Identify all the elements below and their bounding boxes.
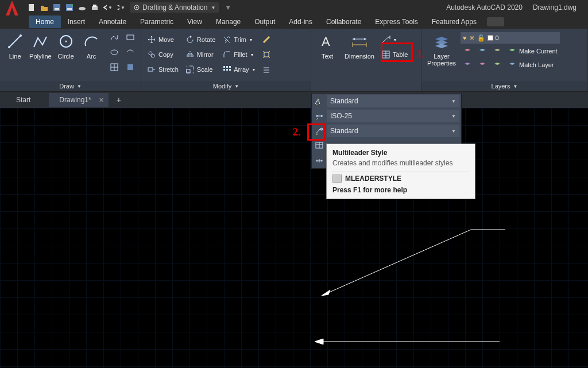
svg-rect-21 [127,35,134,40]
polyline-button[interactable]: Polyline [29,31,52,60]
tab-output[interactable]: Output [247,16,282,28]
rotate-button[interactable]: Rotate [183,33,218,46]
tab-featured[interactable]: Featured Apps [425,16,483,28]
dim-style-row: ISO-25▼ [312,109,461,123]
spline-button[interactable] [107,31,121,44]
saveas-icon[interactable] [64,2,75,13]
offset-button[interactable] [260,63,273,76]
stretch-button[interactable]: Stretch [145,63,181,76]
trim-button[interactable]: Trim▾ [220,33,257,46]
line-icon [6,32,24,51]
text-style-select[interactable]: Standard▼ [327,95,459,107]
svg-marker-67 [316,115,318,117]
undo-icon[interactable]: ▼ [102,2,113,13]
svg-rect-5 [67,8,72,10]
region-icon [126,63,135,72]
tab-home[interactable]: Home [29,16,61,28]
explode-button[interactable] [260,48,273,61]
plot-icon[interactable] [90,2,100,13]
tooltip-description: Creates and modifies multileader styles [332,159,469,167]
new-tab-button[interactable]: + [110,92,128,107]
make-current-button[interactable]: Make Current [505,45,560,57]
fillet-button[interactable]: Fillet▾ [220,48,257,61]
tab-view[interactable]: View [180,16,209,28]
text-style-icon[interactable]: A [312,96,327,106]
annotation-box-2 [307,123,326,141]
circle-button[interactable]: Circle [55,31,78,60]
make-current-icon [508,47,517,56]
layer-off-button[interactable] [461,45,474,57]
layer-properties-button[interactable]: Layer Properties [425,31,458,67]
arc-button[interactable]: Arc [80,31,103,60]
gear-icon [133,4,140,11]
svg-line-42 [382,37,388,42]
layer-off-icon [463,47,472,56]
layer-properties-label: Layer Properties [427,53,456,67]
redo-icon[interactable]: ▼ [115,2,125,13]
dimension-button[interactable]: Dimension [342,31,377,60]
open-icon[interactable] [39,2,49,13]
drawing-canvas[interactable] [0,108,588,368]
match-layer-button[interactable]: Match Layer [505,59,556,71]
layer-selector[interactable]: ♥ ☀ 🔓 0 [461,32,560,44]
tab-collaborate[interactable]: Collaborate [319,16,368,28]
tab-manage[interactable]: Manage [209,16,247,28]
close-icon[interactable]: ✕ [99,96,104,104]
layer-thaw-button[interactable] [475,59,489,71]
svg-marker-59 [509,63,515,65]
rect-button[interactable] [123,31,137,44]
layer-unlock-button[interactable] [490,59,504,71]
copy-icon [147,50,156,59]
ellipse-button[interactable] [107,46,121,59]
array-button[interactable]: Array▾ [220,63,257,76]
scale-button[interactable]: Scale [183,63,218,76]
text-button[interactable]: A Text [315,31,340,60]
trim-icon [222,35,231,44]
current-layer-name: 0 [496,34,499,41]
ribbon-tabs: Home Insert Annotate Parametric View Man… [0,15,588,29]
panel-modify-title[interactable]: Modify▼ [141,81,311,91]
layer-lock-button[interactable] [490,45,504,57]
panel-draw-title[interactable]: Draw▼ [0,81,141,91]
quick-access-toolbar: ▼ ▼ [26,2,125,13]
svg-rect-31 [223,69,225,71]
svg-text:A: A [322,34,330,49]
dim-style-select[interactable]: ISO-25▼ [327,110,459,122]
start-tab[interactable]: Start [6,93,48,107]
hatch-button[interactable] [107,61,121,73]
copy-button[interactable]: Copy [145,48,181,61]
mirror-button[interactable]: Mirror [183,48,218,61]
share-button[interactable] [487,17,504,26]
autocad-logo[interactable] [2,0,22,18]
region-button[interactable] [123,61,137,73]
dimension-icon [350,32,369,51]
ellipse2-button[interactable] [123,46,137,59]
dim-style-icon[interactable] [312,111,327,121]
erase-button[interactable] [260,33,273,46]
cloud-icon[interactable] [77,2,87,13]
mleader-style-select[interactable]: Standard▼ [327,125,459,137]
tab-express[interactable]: Express Tools [368,16,424,28]
panel-layers-title[interactable]: Layers▼ [421,81,587,91]
title-bar: ▼ ▼ Drafting & Annotation ▼ ▼ Autodesk A… [0,0,588,15]
layer-iso-button[interactable] [461,59,474,71]
file-name: Drawing1.dwg [533,3,577,11]
layer-freeze-button[interactable] [475,45,489,57]
save-icon[interactable] [52,2,62,13]
new-icon[interactable] [26,2,37,13]
panel-layers: Layer Properties ♥ ☀ 🔓 0 Make Current [421,29,588,91]
tab-annotate[interactable]: Annotate [92,16,133,28]
table-style-icon[interactable] [312,141,327,150]
anno-scale-icon[interactable] [312,156,327,165]
svg-marker-56 [465,63,470,65]
ellipse-arc-icon [126,48,135,57]
tab-addins[interactable]: Add-ins [282,16,319,28]
tab-parametric[interactable]: Parametric [133,16,180,28]
workspace-switcher[interactable]: Drafting & Annotation ▼ [130,2,219,13]
tab-insert[interactable]: Insert [61,16,92,28]
match-layer-icon [508,60,517,69]
drawing-tab[interactable]: Drawing1*✕ [49,93,108,107]
rectangle-icon [126,33,135,42]
move-button[interactable]: Move [145,33,181,46]
line-button[interactable]: Line [3,31,26,60]
